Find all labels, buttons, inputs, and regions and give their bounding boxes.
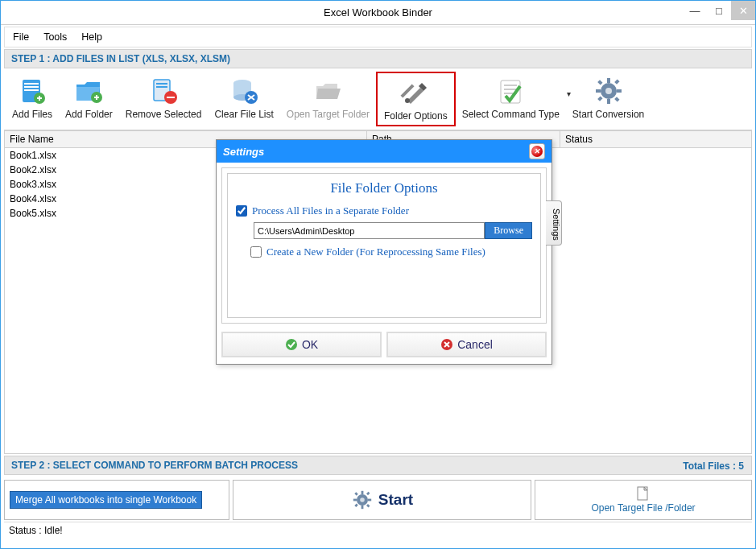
tools-icon <box>399 76 432 109</box>
svg-rect-34 <box>597 96 602 101</box>
remove-selected-button[interactable]: Remove Selected <box>119 72 209 123</box>
svg-rect-41 <box>353 499 357 502</box>
svg-rect-19 <box>401 85 415 98</box>
toolbar-label: Remove Selected <box>126 109 202 120</box>
open-target-button[interactable]: Open Target File /Folder <box>535 480 752 520</box>
toolbar-label: Add Files <box>12 109 52 120</box>
svg-rect-39 <box>361 491 363 494</box>
svg-rect-28 <box>607 99 610 104</box>
menu-tools[interactable]: Tools <box>43 31 67 43</box>
step2-header: STEP 2 : SELECT COMMAND TO PERFORM BATCH… <box>4 456 752 475</box>
remove-selected-icon <box>147 75 180 107</box>
close-icon: ✕ <box>531 146 543 157</box>
toolbar-label: Select Command Type <box>462 109 560 120</box>
dialog-close-button[interactable]: ✕ <box>529 143 545 159</box>
process-all-label: Process All Files in a Separate Folder <box>252 204 409 217</box>
document-icon <box>635 486 651 501</box>
add-folder-icon <box>72 75 105 107</box>
start-conversion-button[interactable]: Start Conversion <box>566 72 651 123</box>
settings-dialog: Settings ✕ Settings File Folder Options … <box>216 139 552 365</box>
svg-point-26 <box>605 88 612 94</box>
svg-rect-6 <box>39 96 40 101</box>
svg-rect-32 <box>614 97 619 101</box>
svg-rect-12 <box>156 86 167 88</box>
svg-point-35 <box>286 339 297 350</box>
svg-rect-14 <box>167 97 175 98</box>
close-button[interactable]: ✕ <box>731 1 755 20</box>
create-new-label: Create a New Folder (For Reprocessing Sa… <box>266 246 485 258</box>
toolbar-label: Start Conversion <box>572 109 644 120</box>
gear-icon <box>593 75 625 107</box>
bottom-bar: Merge All workbooks into single Workbook… <box>4 480 752 520</box>
ok-button[interactable]: OK <box>221 332 382 357</box>
maximize-button[interactable]: □ <box>707 1 731 20</box>
folder-path-input[interactable] <box>254 222 485 239</box>
toolbar-label: Open Target Folder <box>287 109 370 120</box>
add-files-button[interactable]: Add Files <box>6 72 59 123</box>
open-target-folder-button[interactable]: Open Target Folder <box>280 72 376 123</box>
status-text: Status : Idle! <box>9 525 63 536</box>
svg-rect-29 <box>596 89 601 93</box>
add-folder-button[interactable]: Add Folder <box>59 72 119 123</box>
svg-rect-9 <box>96 95 97 100</box>
toolbar-label: Add Folder <box>65 109 113 120</box>
svg-rect-1 <box>24 83 39 85</box>
settings-side-tab[interactable]: Settings <box>546 200 562 246</box>
svg-rect-31 <box>597 80 602 85</box>
add-files-icon <box>16 75 48 107</box>
svg-rect-33 <box>614 79 619 84</box>
svg-point-20 <box>405 98 410 103</box>
col-header-status[interactable]: Status <box>560 131 751 147</box>
svg-rect-27 <box>607 78 610 83</box>
menubar: File Tools Help <box>4 27 752 47</box>
toolbar: Add Files Add Folder Remove Selected Cle… <box>4 68 752 130</box>
merge-command-label[interactable]: Merge All workbooks into single Workbook <box>10 491 202 509</box>
svg-rect-3 <box>24 89 39 91</box>
menu-help[interactable]: Help <box>81 31 102 43</box>
svg-rect-11 <box>156 83 167 85</box>
gear-icon <box>351 489 374 511</box>
svg-rect-43 <box>354 492 357 495</box>
clear-list-button[interactable]: Clear File List <box>208 72 279 123</box>
clear-list-icon <box>228 75 260 107</box>
checklist-icon <box>494 75 527 107</box>
folder-options-button[interactable]: Folder Options <box>376 72 456 126</box>
toolbar-label: Folder Options <box>384 110 448 122</box>
dialog-titlebar[interactable]: Settings ✕ <box>217 140 552 163</box>
ok-icon <box>285 338 298 351</box>
svg-point-38 <box>360 497 365 502</box>
dialog-title-text: Settings <box>223 146 264 158</box>
step1-header: STEP 1 : ADD FILES IN LIST (XLS, XLSX, X… <box>4 49 752 68</box>
svg-rect-45 <box>366 492 370 495</box>
statusbar: Status : Idle! <box>4 522 752 539</box>
merge-command-box: Merge All workbooks into single Workbook <box>4 480 229 520</box>
menu-file[interactable]: File <box>13 31 29 43</box>
svg-rect-42 <box>368 499 371 502</box>
browse-button[interactable]: Browse <box>485 222 532 239</box>
process-all-checkbox[interactable] <box>236 205 247 217</box>
cancel-label: Cancel <box>457 338 493 351</box>
cancel-icon <box>440 338 453 351</box>
start-label: Start <box>378 491 413 509</box>
dialog-heading: File Folder Options <box>236 180 532 196</box>
folder-open-icon <box>312 75 344 107</box>
svg-rect-30 <box>617 89 622 93</box>
ok-label: OK <box>302 338 318 351</box>
create-new-checkbox[interactable] <box>250 246 262 258</box>
minimize-button[interactable]: — <box>683 1 707 20</box>
svg-rect-44 <box>366 504 370 507</box>
svg-rect-2 <box>24 86 39 88</box>
select-command-button[interactable]: Select Command Type ▾ <box>456 72 566 123</box>
start-button[interactable]: Start <box>233 480 531 520</box>
open-target-label: Open Target File /Folder <box>591 502 695 514</box>
toolbar-label: Clear File List <box>214 109 273 120</box>
svg-rect-23 <box>504 89 517 90</box>
svg-rect-22 <box>504 85 517 86</box>
cancel-button[interactable]: Cancel <box>386 332 547 357</box>
svg-rect-40 <box>361 506 363 509</box>
titlebar: Excel Workbook Binder — □ ✕ <box>1 1 755 25</box>
window-title: Excel Workbook Binder <box>1 6 755 19</box>
svg-rect-46 <box>354 504 357 507</box>
